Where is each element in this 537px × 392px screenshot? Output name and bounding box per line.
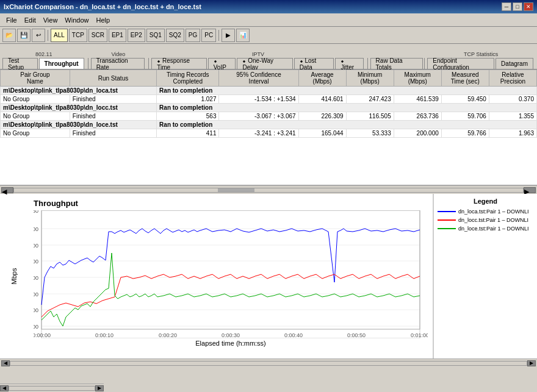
menu-edit[interactable]: Edit [21, 15, 40, 25]
svg-text:120.00: 120.00 [34, 307, 38, 313]
tab-lost-data[interactable]: ⬥ Lost Data [294, 58, 334, 69]
bottom-scroll-right[interactable]: ▶ [527, 360, 536, 366]
filter-tcp[interactable]: TCP [69, 29, 87, 42]
close-button[interactable]: ✕ [524, 2, 533, 11]
col-maximum: Maximum(Mbps) [394, 70, 441, 87]
tab-test-setup[interactable]: Test Setup [2, 58, 38, 69]
legend-label-2: dn_locc.tst:Pair 1 – DOWNLI [458, 217, 528, 223]
play-button[interactable]: ▶ [222, 29, 235, 42]
tab-separator-3 [367, 58, 368, 69]
svg-text:0:01:00: 0:01:00 [411, 332, 428, 338]
throughput-chart: 493.50 420.00 360.00 300.00 240.00 180.0… [34, 210, 428, 338]
maximum: 461.539 [394, 95, 441, 104]
data-table-area: Pair GroupName Run Status Timing Records… [0, 69, 537, 185]
filter-scr[interactable]: SCR [88, 29, 107, 42]
legend-scroll-track[interactable] [9, 386, 95, 391]
legend-scroll-right[interactable]: ▶ [95, 385, 104, 391]
chart-container: Throughput Mbps 493.50 420.00 360.00 300… [0, 194, 537, 358]
tab-response-time[interactable]: ⬥ Response Time [151, 58, 207, 69]
group-name: No Group [1, 112, 70, 121]
table-row: m\Desktop\tplink_tlpa8030p\dn_locc.tst R… [1, 104, 537, 112]
minimize-button[interactable]: ─ [502, 2, 511, 11]
menu-window[interactable]: Window [61, 15, 92, 25]
tab-voip[interactable]: ⬥ VoIP [208, 58, 236, 69]
tab-jitter[interactable]: ⬥ Jitter [335, 58, 363, 69]
svg-text:180.00: 180.00 [34, 291, 38, 298]
menu-bar: File Edit View Window Help [0, 13, 537, 27]
tab-transaction-rate[interactable]: Transaction Rate [91, 58, 145, 69]
maximum: 263.736 [394, 112, 441, 121]
group-label-iptv: IPTV [252, 51, 264, 57]
legend-scroll-left[interactable]: ◀ [0, 385, 9, 391]
tab-separator-1 [88, 58, 88, 69]
window-controls: ─ □ ✕ [502, 2, 533, 11]
bottom-scroll-track[interactable] [10, 361, 527, 366]
svg-text:0:00:50: 0:00:50 [347, 332, 366, 338]
table-row: m\Desktop\tplink_tlpa8030p\dn_loce.tst R… [1, 121, 537, 129]
col-time: MeasuredTime (sec) [441, 70, 489, 87]
bottom-scrollbar[interactable]: ◀ ▶ [0, 358, 537, 367]
tab-raw-data-totals[interactable]: Raw Data Totals [370, 58, 423, 69]
menu-help[interactable]: Help [92, 15, 114, 25]
menu-view[interactable]: View [40, 15, 62, 25]
table-scrollbar[interactable]: ◀ ▶ [0, 185, 537, 194]
average: 414.601 [298, 95, 346, 104]
time: 59.450 [441, 95, 489, 104]
records: 1.027 [157, 95, 219, 104]
col-average: Average(Mbps) [298, 70, 346, 87]
filter-all[interactable]: ALL [51, 29, 68, 42]
file-path-2: m\Desktop\tplink_tlpa8030p\dn_locc.tst [1, 104, 157, 112]
svg-text:300.00: 300.00 [34, 258, 38, 265]
open-button[interactable]: 📂 [2, 29, 16, 42]
chart-title: Throughput [34, 199, 428, 208]
table-row: m\Desktop\tplink_tlpa8030p\dn_loca.tst R… [1, 87, 537, 95]
save-button[interactable]: 💾 [17, 29, 31, 42]
maximize-button[interactable]: □ [513, 2, 522, 11]
col-run-status: Run Status [70, 70, 156, 87]
results-table: Pair GroupName Run Status Timing Records… [0, 69, 537, 138]
filter-pg[interactable]: PG [186, 29, 200, 42]
legend-scrollbar[interactable]: ◀ ▶ [0, 383, 104, 392]
group-label-80211: 802.11 [35, 51, 52, 57]
scroll-left-btn[interactable]: ◀ [1, 187, 13, 193]
tab-separator-4 [424, 58, 425, 69]
svg-text:0:00:30: 0:00:30 [222, 332, 240, 338]
separator-1 [48, 30, 48, 41]
group-name: No Group [1, 129, 70, 138]
records: 411 [157, 129, 219, 138]
svg-text:0:00:00: 0:00:00 [34, 332, 51, 338]
tab-one-way-delay[interactable]: ⬥ One-Way Delay [237, 58, 292, 69]
svg-text:240.00: 240.00 [34, 275, 38, 281]
col-minimum: Minimum(Mbps) [346, 70, 394, 87]
file-path-1: m\Desktop\tplink_tlpa8030p\dn_loca.tst [1, 87, 157, 95]
legend-color-3 [438, 228, 456, 229]
tab-endpoint-config[interactable]: Endpoint Configuration [427, 58, 494, 69]
legend-item-3: dn_loce.tst:Pair 1 – DOWNLI [438, 226, 533, 232]
table-row: No Group Finished 411 -3.241 : +3.241 16… [1, 129, 537, 138]
group-name: No Group [1, 95, 70, 104]
bottom-scroll-left[interactable]: ◀ [1, 360, 10, 366]
legend-title: Legend [438, 198, 533, 205]
undo-button[interactable]: ↩ [32, 29, 45, 42]
menu-file[interactable]: File [2, 15, 21, 25]
run-status: Finished [70, 95, 156, 104]
maximum: 200.000 [394, 129, 441, 138]
chart-area: Throughput Mbps 493.50 420.00 360.00 300… [0, 194, 433, 358]
chart-button[interactable]: 📊 [236, 29, 250, 42]
tab-datagram[interactable]: Datagram [496, 58, 533, 69]
filter-ep1[interactable]: EP1 [109, 29, 126, 42]
y-axis-label: Mbps [10, 268, 18, 285]
scroll-right-btn[interactable]: ▶ [524, 187, 536, 193]
scroll-thumb[interactable] [218, 188, 254, 192]
svg-text:60.00: 60.00 [34, 324, 38, 330]
scroll-track[interactable] [13, 188, 524, 193]
filter-ep2[interactable]: EP2 [128, 29, 145, 42]
tab-separator-2 [148, 58, 149, 69]
legend-color-1 [438, 211, 456, 212]
time: 59.706 [441, 112, 489, 121]
file-path-3: m\Desktop\tplink_tlpa8030p\dn_loce.tst [1, 121, 157, 129]
filter-sq2[interactable]: SQ2 [166, 29, 184, 42]
tab-throughput[interactable]: Throughput [39, 58, 84, 69]
filter-sq1[interactable]: SQ1 [146, 29, 165, 42]
filter-pc[interactable]: PC [201, 29, 216, 42]
